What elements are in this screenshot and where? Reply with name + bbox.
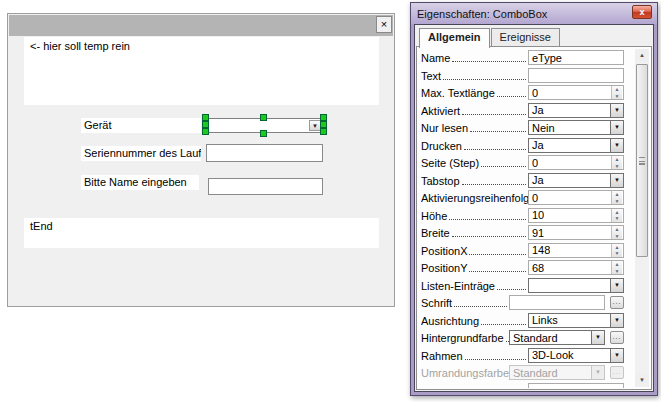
property-row: UmrandungsfarbeStandard▼... xyxy=(421,365,624,380)
ellipsis-button[interactable]: ... xyxy=(610,296,624,309)
property-label: Rahmen xyxy=(421,348,528,362)
property-label: PositionX xyxy=(421,243,528,257)
property-dropdown-field[interactable]: Standard▼ xyxy=(509,330,605,345)
chevron-down-icon[interactable]: ▼ xyxy=(610,104,623,117)
property-dropdown-field[interactable]: Nein▼ xyxy=(528,120,624,135)
property-label-text: Drucken xyxy=(421,140,462,152)
dotted-leader xyxy=(470,131,526,132)
property-text-field[interactable]: eType xyxy=(528,50,624,65)
property-dropdown-field[interactable]: 3D-Look▼ xyxy=(528,348,624,363)
spinner-down-icon[interactable]: ▼ xyxy=(612,268,622,275)
dotted-leader xyxy=(452,61,526,62)
property-label-text: Breite xyxy=(421,227,450,239)
property-dropdown-field[interactable]: Ja▼ xyxy=(528,138,624,153)
scrollbar-grip-icon xyxy=(639,157,645,165)
tab-ereignisse[interactable]: Ereignisse xyxy=(491,28,560,47)
property-dropdown-field: Standard▼ xyxy=(509,365,605,380)
selection-handle[interactable] xyxy=(202,114,209,121)
property-row: Breite91▲▼ xyxy=(421,225,624,240)
chevron-down-icon[interactable]: ▼ xyxy=(610,349,623,362)
spinner-down-icon[interactable]: ▼ xyxy=(612,198,622,205)
spinner-down-icon[interactable]: ▼ xyxy=(612,215,622,222)
chevron-down-icon[interactable]: ▼ xyxy=(610,314,623,327)
property-spinner-field[interactable]: 0▲▼ xyxy=(528,155,624,170)
property-row: Rahmen3D-Look▼ xyxy=(421,348,624,363)
property-spinner-field[interactable]: 0▲▼ xyxy=(528,190,624,205)
designed-dialog-titlebar[interactable] xyxy=(9,15,393,36)
spinner-control[interactable]: ▲▼ xyxy=(611,191,622,204)
property-row: Höhe10▲▼ xyxy=(421,208,624,223)
property-value: Standard xyxy=(510,332,558,344)
property-row: TabstopJa▼ xyxy=(421,173,624,188)
property-row-partial xyxy=(421,383,624,391)
scrollbar-down-icon[interactable]: ▼ xyxy=(635,374,649,387)
spinner-control[interactable]: ▲▼ xyxy=(611,226,622,239)
property-value: Nein xyxy=(529,122,555,134)
property-label-text: PositionY xyxy=(421,262,467,274)
property-dropdown-field[interactable]: Links▼ xyxy=(528,313,624,328)
chevron-down-icon[interactable]: ▼ xyxy=(610,121,623,134)
dotted-leader xyxy=(464,149,526,150)
selection-handle[interactable] xyxy=(202,121,209,128)
dotted-leader xyxy=(481,166,526,167)
close-icon[interactable]: × xyxy=(376,16,392,33)
property-spinner-field[interactable]: 148▲▼ xyxy=(528,243,624,258)
scrollbar-up-icon[interactable]: ▲ xyxy=(635,49,649,62)
chevron-down-icon[interactable]: ▼ xyxy=(610,139,623,152)
chevron-down-icon[interactable]: ▼ xyxy=(591,331,604,344)
properties-titlebar[interactable]: Eigenschaften: ComboBox xyxy=(411,3,657,24)
spinner-down-icon[interactable]: ▼ xyxy=(612,250,622,257)
properties-client-area: Allgemein Ereignisse NameeTypeTextMax. T… xyxy=(414,24,654,392)
selection-handle[interactable] xyxy=(260,130,267,137)
name-eingeben-input[interactable] xyxy=(208,178,323,195)
property-text-field[interactable] xyxy=(528,68,624,83)
property-label-text: Aktiviert xyxy=(421,105,460,117)
property-row: Aktivierungsreihenfolge0▲▼ xyxy=(421,190,624,205)
dotted-leader xyxy=(462,114,526,115)
property-dropdown-field[interactable]: Ja▼ xyxy=(528,173,624,188)
property-label-text: PositionX xyxy=(421,245,467,257)
spinner-down-icon[interactable]: ▼ xyxy=(612,163,622,170)
ellipsis-button[interactable]: ... xyxy=(610,331,624,344)
property-spinner-field[interactable]: 0▲▼ xyxy=(528,85,624,100)
geraet-label: Gerät xyxy=(81,118,201,133)
property-label-text: Nur lesen xyxy=(421,122,468,134)
chevron-down-icon[interactable]: ▼ xyxy=(610,279,623,292)
spinner-control[interactable]: ▲▼ xyxy=(611,244,622,257)
property-label: Hintergrundfarbe xyxy=(421,330,509,344)
property-spinner-field[interactable]: 10▲▼ xyxy=(528,208,624,223)
property-label-text: Text xyxy=(421,70,441,82)
property-label: Höhe xyxy=(421,208,528,222)
property-label xyxy=(421,383,528,385)
selection-handle[interactable] xyxy=(202,128,209,135)
property-label: PositionY xyxy=(421,260,528,274)
property-row: Schrift... xyxy=(421,295,624,310)
spinner-control[interactable]: ▲▼ xyxy=(611,86,622,99)
property-dropdown-field[interactable]: Ja▼ xyxy=(528,103,624,118)
selection-handle[interactable] xyxy=(320,121,327,128)
selection-handle[interactable] xyxy=(320,128,327,135)
spinner-control[interactable]: ▲▼ xyxy=(611,209,622,222)
top-label: <- hier soll temp rein xyxy=(24,37,379,105)
tab-allgemein[interactable]: Allgemein xyxy=(419,28,490,48)
spinner-control[interactable]: ▲▼ xyxy=(611,261,622,274)
spinner-down-icon[interactable]: ▼ xyxy=(612,93,622,100)
selection-handle[interactable] xyxy=(260,114,267,121)
chevron-down-icon[interactable]: ▼ xyxy=(610,174,623,187)
close-icon[interactable]: x xyxy=(632,5,652,19)
seriennummer-input[interactable] xyxy=(206,144,323,162)
property-text-field[interactable] xyxy=(509,295,605,310)
designed-dialog-window: × <- hier soll temp rein Gerät ▼ Serienn… xyxy=(7,13,395,307)
selection-handle[interactable] xyxy=(320,114,327,121)
property-dropdown-field[interactable]: ▼ xyxy=(528,278,624,293)
property-row: NameeType xyxy=(421,50,624,65)
spinner-control[interactable]: ▲▼ xyxy=(611,156,622,169)
property-label-text: Seite (Step) xyxy=(421,157,479,169)
spinner-down-icon[interactable]: ▼ xyxy=(612,233,622,240)
scrollbar-thumb[interactable] xyxy=(636,64,648,257)
property-row: Max. Textlänge0▲▼ xyxy=(421,85,624,100)
property-spinner-field[interactable]: 91▲▼ xyxy=(528,225,624,240)
property-label-text: Tabstop xyxy=(421,175,460,187)
property-spinner-field[interactable]: 68▲▼ xyxy=(528,260,624,275)
vertical-scrollbar[interactable]: ▲ ▼ xyxy=(635,49,649,387)
